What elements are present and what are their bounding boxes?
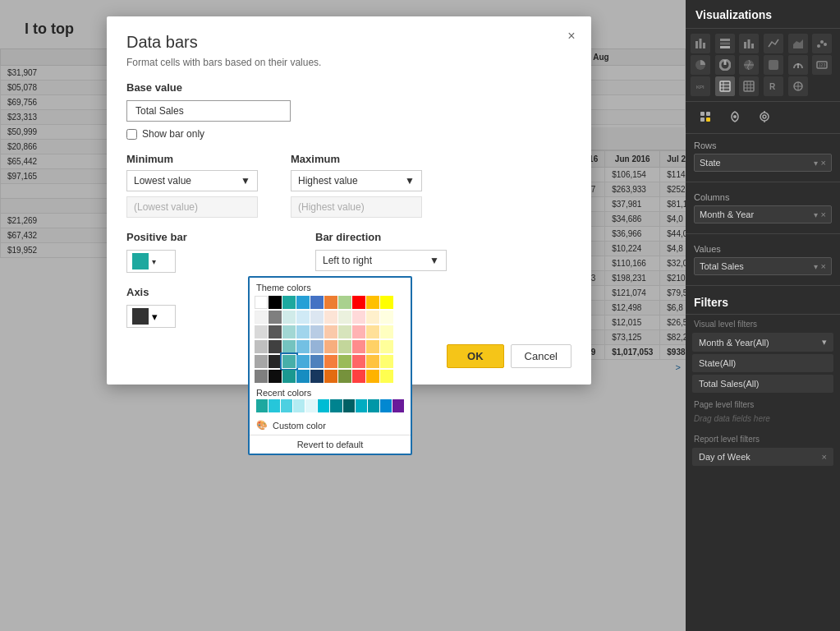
color-cell[interactable] <box>296 311 310 324</box>
color-cell[interactable] <box>352 370 365 383</box>
bar-direction-dropdown[interactable]: Left to right ▼ <box>315 250 447 271</box>
scatter-chart-icon[interactable] <box>812 34 832 53</box>
color-cell[interactable] <box>269 340 282 353</box>
recent-color-cell[interactable] <box>281 399 292 412</box>
color-cell[interactable] <box>296 325 310 339</box>
recent-color-cell[interactable] <box>305 399 317 412</box>
color-cell[interactable] <box>255 311 268 324</box>
ok-button[interactable]: OK <box>447 344 504 368</box>
gauge-icon[interactable] <box>788 55 808 75</box>
color-cell[interactable] <box>282 340 296 353</box>
card-icon[interactable]: 123 <box>812 55 832 75</box>
kpi-icon[interactable]: KPI <box>691 76 710 96</box>
color-cell[interactable] <box>366 370 379 383</box>
recent-color-cell[interactable] <box>330 399 342 412</box>
values-field[interactable]: Total Sales ▾ × <box>694 257 832 275</box>
color-cell[interactable] <box>269 370 282 383</box>
custom-visual-icon[interactable] <box>788 76 808 96</box>
r-script-icon[interactable]: R <box>764 76 783 96</box>
color-cell[interactable] <box>296 296 310 309</box>
color-cell[interactable] <box>269 296 282 309</box>
filter-total-sales[interactable]: Total Sales(All) <box>692 375 833 393</box>
revert-default-button[interactable]: Revert to default <box>250 435 411 454</box>
recent-color-cell[interactable] <box>392 399 404 412</box>
color-cell[interactable] <box>338 355 351 368</box>
color-cell[interactable] <box>255 340 268 353</box>
values-field-remove[interactable]: × <box>821 261 826 271</box>
recent-color-cell[interactable] <box>356 399 367 412</box>
color-cell[interactable] <box>352 355 365 368</box>
color-cell[interactable] <box>352 296 365 309</box>
color-cell[interactable] <box>296 355 310 368</box>
pie-chart-icon[interactable] <box>691 55 710 75</box>
column-chart-icon[interactable] <box>739 34 759 53</box>
color-cell[interactable] <box>352 340 365 353</box>
color-cell[interactable] <box>380 355 393 368</box>
color-cell[interactable] <box>282 311 296 324</box>
recent-color-cell[interactable] <box>368 399 379 412</box>
color-cell[interactable] <box>324 340 337 353</box>
axis-color-button[interactable]: ▾ <box>126 305 176 328</box>
color-cell[interactable] <box>310 370 324 383</box>
color-cell[interactable] <box>380 311 393 324</box>
color-cell[interactable] <box>324 370 337 383</box>
color-cell[interactable] <box>380 296 393 309</box>
color-cell[interactable] <box>366 325 379 339</box>
color-cell[interactable] <box>338 311 351 324</box>
color-cell[interactable] <box>310 325 324 339</box>
color-cell[interactable] <box>324 355 337 368</box>
color-cell[interactable] <box>269 355 282 368</box>
color-cell[interactable] <box>282 325 296 339</box>
show-bar-only-checkbox[interactable] <box>126 129 137 140</box>
color-cell[interactable] <box>296 340 310 353</box>
maximum-dropdown[interactable]: Highest value ▼ <box>291 170 422 191</box>
filter-day-of-week-remove[interactable]: × <box>822 452 827 462</box>
recent-color-cell[interactable] <box>269 399 280 412</box>
color-cell[interactable] <box>255 355 268 368</box>
color-cell[interactable] <box>310 340 324 353</box>
dialog-close-button[interactable]: × <box>562 26 581 46</box>
color-cell[interactable] <box>338 296 351 309</box>
color-cell[interactable] <box>296 370 310 383</box>
positive-bar-color-button[interactable]: ▾ <box>126 250 176 273</box>
columns-field-remove[interactable]: × <box>821 210 826 219</box>
recent-color-cell[interactable] <box>380 399 392 412</box>
color-cell[interactable] <box>366 355 379 368</box>
color-cell[interactable] <box>366 296 379 309</box>
color-cell[interactable] <box>269 311 282 324</box>
tab-format[interactable] <box>722 107 748 130</box>
table-icon[interactable] <box>715 76 735 96</box>
cancel-button[interactable]: Cancel <box>511 344 571 368</box>
color-cell[interactable] <box>255 325 268 339</box>
color-cell[interactable] <box>380 325 393 339</box>
color-cell[interactable] <box>338 340 351 353</box>
rows-field[interactable]: State ▾ × <box>694 154 832 172</box>
map-icon[interactable] <box>739 55 759 75</box>
color-cell[interactable] <box>352 311 365 324</box>
color-cell[interactable] <box>366 311 379 324</box>
matrix-icon[interactable] <box>739 76 759 96</box>
base-value-input[interactable] <box>126 100 291 122</box>
color-cell[interactable] <box>310 355 324 368</box>
color-cell[interactable] <box>324 311 337 324</box>
filled-map-icon[interactable] <box>764 55 783 75</box>
color-cell[interactable] <box>282 370 296 383</box>
color-cell[interactable] <box>282 296 296 309</box>
color-cell[interactable] <box>338 370 351 383</box>
line-chart-icon[interactable] <box>764 34 783 53</box>
color-cell[interactable] <box>310 296 324 309</box>
color-cell[interactable] <box>282 355 296 368</box>
rows-field-remove[interactable]: × <box>821 158 826 168</box>
color-cell[interactable] <box>324 296 337 309</box>
color-cell[interactable] <box>255 370 268 383</box>
donut-chart-icon[interactable] <box>715 55 735 75</box>
color-cell[interactable] <box>324 325 337 339</box>
minimum-dropdown[interactable]: Lowest value ▼ <box>126 170 258 191</box>
color-cell[interactable] <box>255 296 268 309</box>
filter-state[interactable]: State(All) <box>692 354 833 372</box>
filter-month-year[interactable]: Month & Year(All) ▾ <box>692 333 833 352</box>
area-chart-icon[interactable] <box>788 34 808 53</box>
stacked-bar-icon[interactable] <box>715 34 735 53</box>
recent-color-cell[interactable] <box>256 399 268 412</box>
color-cell[interactable] <box>338 325 351 339</box>
